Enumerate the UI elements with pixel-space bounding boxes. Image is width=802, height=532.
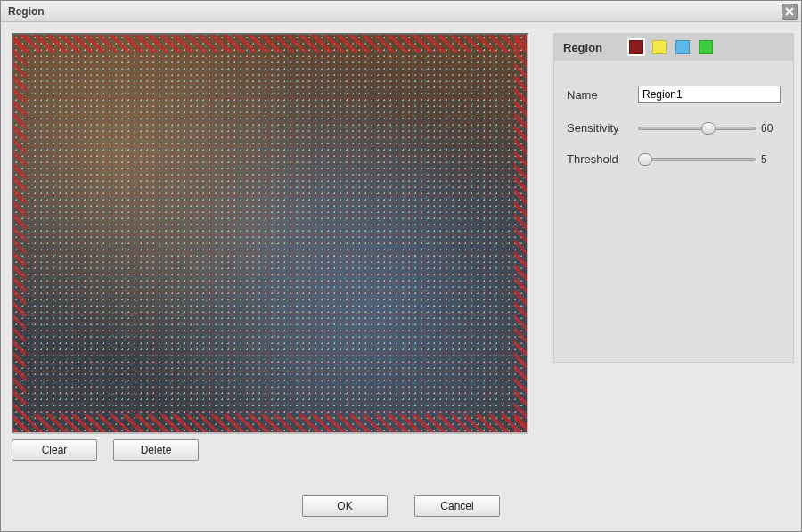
- dialog-title: Region: [8, 5, 782, 18]
- region-mask-right: [514, 35, 527, 432]
- region-panel-body: Name Sensitivity 60: [554, 61, 793, 175]
- threshold-slider[interactable]: [638, 158, 756, 161]
- sensitivity-slider-wrap: 60: [638, 122, 781, 135]
- sensitivity-slider[interactable]: [638, 127, 756, 130]
- color-swatch-green[interactable]: [699, 40, 713, 54]
- name-label: Name: [567, 88, 631, 102]
- titlebar: Region: [1, 1, 801, 22]
- region-color-swatches: [629, 40, 713, 54]
- sensitivity-slider-thumb[interactable]: [701, 122, 716, 135]
- left-column: Clear Delete: [12, 33, 537, 488]
- name-input[interactable]: [638, 86, 781, 103]
- region-panel: Region Name: [553, 33, 794, 363]
- region-header-label: Region: [563, 41, 602, 54]
- threshold-label: Threshold: [567, 152, 631, 166]
- cancel-button[interactable]: Cancel: [414, 495, 500, 517]
- preview-toolbar: Clear Delete: [12, 439, 537, 461]
- region-mask-top: [13, 35, 527, 53]
- video-preview[interactable]: [12, 33, 528, 434]
- color-swatch-yellow[interactable]: [652, 40, 667, 54]
- color-swatch-blue[interactable]: [675, 40, 690, 54]
- threshold-row: Threshold 5: [567, 152, 781, 166]
- sensitivity-value: 60: [761, 122, 781, 135]
- region-panel-header: Region: [554, 34, 793, 61]
- main-row: Clear Delete Region: [12, 33, 790, 488]
- region-dialog: Region Clear Delete: [0, 0, 802, 532]
- sensitivity-label: Sensitivity: [567, 121, 631, 135]
- name-row: Name: [567, 86, 781, 103]
- region-mask-left: [13, 35, 26, 432]
- dialog-content: Clear Delete Region: [1, 22, 801, 531]
- threshold-value: 5: [761, 153, 781, 166]
- preview-motion-overlay: [13, 35, 527, 432]
- region-mask-bottom: [13, 414, 527, 432]
- dialog-footer: OK Cancel: [12, 488, 790, 524]
- ok-button[interactable]: OK: [302, 495, 388, 517]
- close-button[interactable]: [782, 4, 798, 20]
- threshold-slider-wrap: 5: [638, 153, 781, 166]
- clear-button[interactable]: Clear: [12, 439, 97, 461]
- sensitivity-row: Sensitivity 60: [567, 121, 781, 135]
- delete-button[interactable]: Delete: [113, 439, 199, 461]
- color-swatch-red[interactable]: [629, 40, 643, 54]
- threshold-slider-thumb[interactable]: [638, 153, 652, 166]
- close-icon: [785, 7, 794, 16]
- right-column: Region Name: [553, 33, 794, 488]
